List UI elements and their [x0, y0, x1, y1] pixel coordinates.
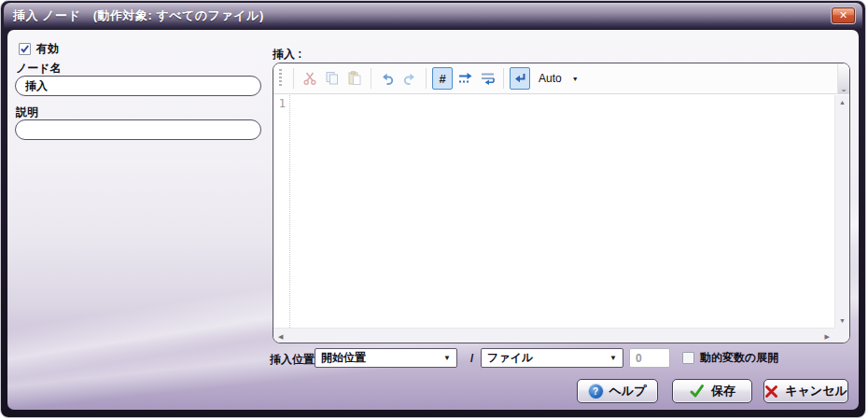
dynamic-variable-label: 動的変数の展開 [700, 350, 778, 366]
insert-node-dialog: 挿入 ノード (動作対象: すべてのファイル) ✕ 有効 ノード名 説明 挿入 … [0, 0, 866, 418]
vertical-scrollbar[interactable]: ▲ ▼ [834, 95, 849, 328]
save-button-label: 保存 [711, 383, 735, 399]
copy-button[interactable] [322, 67, 343, 90]
insert-position-select[interactable]: 開始位置 ▼ [315, 348, 457, 368]
description-input[interactable] [15, 119, 261, 140]
dropdown-caret-icon: ▼ [443, 354, 451, 362]
toolbar-separator [503, 68, 504, 89]
line-number: 1 [279, 97, 286, 110]
paste-icon [347, 71, 362, 86]
scissors-icon [302, 71, 317, 86]
node-name-input[interactable] [15, 76, 261, 96]
undo-button[interactable] [377, 67, 398, 90]
editor-text-area[interactable] [291, 95, 834, 328]
close-icon: ✕ [839, 9, 847, 21]
hash-icon: # [439, 72, 445, 86]
toolbar-separator [293, 68, 294, 89]
cancel-button-label: キャンセル [785, 383, 847, 399]
description-label: 説明 [16, 105, 38, 120]
editor-toolbar: # [273, 63, 849, 94]
dynamic-variable-checkbox[interactable] [682, 352, 694, 364]
scrollbar-corner [834, 328, 849, 343]
insert-unit-select[interactable]: ファイル ▼ [481, 348, 623, 368]
show-whitespace-button[interactable] [455, 67, 475, 90]
copy-icon [325, 71, 340, 86]
scroll-left-icon[interactable]: ◀ [278, 332, 283, 339]
cancel-button[interactable]: キャンセル [763, 379, 848, 403]
enabled-label: 有効 [36, 41, 59, 57]
insert-editor-label: 挿入 : [273, 47, 301, 63]
word-wrap-button[interactable] [477, 67, 497, 90]
auto-dropdown-caret-icon[interactable]: ▼ [572, 76, 579, 82]
save-button[interactable]: 保存 [672, 379, 752, 403]
close-button[interactable]: ✕ [832, 7, 855, 23]
undo-icon [380, 71, 395, 86]
chevron-down-icon: ⌄ [840, 84, 847, 93]
help-icon: ? [589, 385, 603, 399]
dropdown-caret-icon: ▼ [609, 354, 617, 362]
toolbar-separator [371, 68, 371, 89]
toolbar-separator [426, 68, 427, 89]
redo-button[interactable] [399, 67, 420, 90]
window-title: 挿入 ノード (動作対象: すべてのファイル) [13, 7, 264, 24]
check-icon [689, 384, 705, 399]
scroll-right-icon[interactable]: ▶ [825, 332, 830, 339]
cut-button[interactable] [300, 67, 320, 90]
line-number-toggle-button[interactable]: # [432, 67, 453, 90]
checkmark-icon [20, 44, 30, 54]
offset-input[interactable] [629, 348, 670, 368]
help-button-label: ヘルプ [609, 383, 647, 399]
line-number-gutter: 1 [273, 95, 290, 328]
scroll-up-icon[interactable]: ▲ [839, 99, 846, 105]
line-ending-toggle-button[interactable] [510, 67, 530, 90]
tab-arrow-icon [457, 71, 473, 86]
horizontal-scrollbar[interactable]: ◀ ▶ [273, 328, 834, 343]
dialog-content: 有効 ノード名 説明 挿入 : [7, 30, 859, 410]
x-icon [764, 385, 778, 399]
paste-button[interactable] [344, 67, 365, 90]
insert-unit-value: ファイル [487, 350, 533, 366]
insert-position-label: 挿入位置 [270, 352, 315, 368]
enabled-checkbox-row: 有効 [19, 41, 59, 57]
position-separator: / [470, 352, 473, 365]
scroll-down-icon[interactable]: ▼ [839, 317, 846, 324]
titlebar: 挿入 ノード (動作対象: すべてのファイル) ✕ [4, 3, 862, 29]
auto-mode-dropdown[interactable]: Auto [539, 72, 562, 85]
return-arrow-icon [512, 71, 527, 86]
toolbar-grip[interactable] [279, 69, 282, 88]
enabled-checkbox[interactable] [19, 43, 31, 55]
word-wrap-icon [480, 71, 496, 86]
redo-icon [402, 71, 417, 86]
help-button[interactable]: ? ヘルプ [577, 379, 658, 403]
dynamic-variable-checkbox-row: 動的変数の展開 [682, 350, 778, 366]
node-name-label: ノード名 [16, 61, 62, 77]
insert-editor: # [273, 63, 850, 343]
insert-position-value: 開始位置 [321, 350, 366, 366]
toolbar-overflow-button[interactable]: ⌄ [837, 63, 849, 94]
